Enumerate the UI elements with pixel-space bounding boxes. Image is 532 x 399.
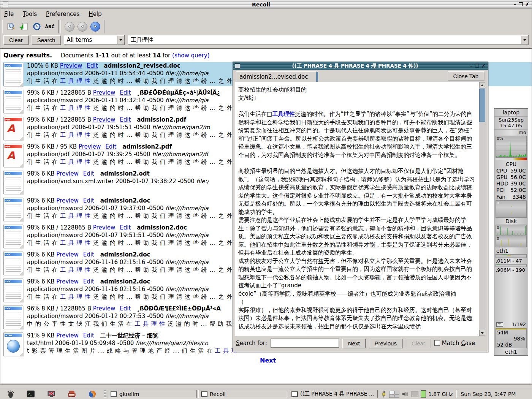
show-query-link[interactable]: (show query)	[172, 52, 210, 59]
edit-link[interactable]: Edit	[83, 170, 94, 177]
query-history-dropdown[interactable]	[521, 36, 528, 44]
fan-chart[interactable]	[496, 200, 527, 218]
workspace-4[interactable]	[394, 394, 399, 398]
edit-link[interactable]: Edit	[83, 278, 94, 285]
edit-link[interactable]: Edit	[120, 116, 131, 123]
gkrellm-clock[interactable]: Sun23Sep 15:47 05	[494, 117, 528, 130]
preview-scrollbar[interactable]	[479, 82, 486, 336]
edit-link[interactable]: Edit	[83, 197, 94, 204]
preview-link[interactable]: Preview	[56, 197, 78, 204]
checkbox-icon[interactable]	[434, 340, 440, 346]
taskbar-clock[interactable]: Sun Sep 23, 3:47 PM	[461, 391, 516, 397]
workspace-1[interactable]	[389, 391, 394, 394]
preview-link[interactable]: Preview	[56, 278, 78, 285]
scrollbar-thumb[interactable]	[479, 89, 485, 122]
results-header: Query results. Documents 1-11 out of at …	[3, 52, 532, 59]
scroll-down-icon[interactable]	[479, 330, 485, 336]
eth1-bottom-label[interactable]: eth1	[494, 348, 528, 355]
task-button-3[interactable]: ((工 PHRASE 4 具 PHRASE ...	[289, 390, 378, 398]
preview-titlebar[interactable]: ((工 PHRASE 4 具 PHRASE 4 理 PHRASE 4 性)) –…	[233, 62, 488, 70]
query-input[interactable]: 工具理性	[128, 35, 529, 45]
cpu-chart[interactable]: 0%	[496, 136, 527, 158]
firefox-icon[interactable]	[87, 390, 97, 399]
preview-link[interactable]: Preview	[56, 332, 78, 339]
find-input[interactable]	[271, 339, 339, 348]
workspace-switcher[interactable]	[389, 391, 399, 398]
edit-link[interactable]: Edit	[105, 143, 116, 150]
workspace-3[interactable]	[389, 394, 394, 398]
preview-link[interactable]: Preview	[93, 116, 115, 123]
search-button[interactable]: Search	[32, 35, 61, 45]
disk-chart-1[interactable]: 0	[496, 225, 527, 236]
task-button-2[interactable]: Recoll	[198, 390, 287, 398]
preview-link[interactable]: Preview	[93, 224, 115, 231]
forward-button-icon[interactable]	[89, 21, 101, 32]
term-explorer-icon[interactable]: ÅBĈ	[44, 21, 56, 32]
gkrellm-hostname[interactable]: laptop	[494, 109, 528, 117]
preview-minimize-icon[interactable]: –	[470, 63, 473, 69]
power-plug-icon[interactable]	[381, 390, 387, 398]
back2-button-icon[interactable]	[76, 21, 89, 32]
preview-link[interactable]: Preview	[56, 251, 78, 258]
find-clear-button[interactable]: Clear	[406, 339, 431, 348]
match-case-checkbox[interactable]: Match Case	[434, 340, 475, 347]
typewriter-icon[interactable]	[67, 390, 77, 399]
next-page-link[interactable]: Next	[260, 357, 276, 364]
clear-button[interactable]: Clear	[3, 35, 28, 45]
task-button-1[interactable]: gkrellm	[108, 390, 197, 398]
temperature-list: CPU59.0CGPU56.0CHDD39.0CPCI52.0C	[494, 168, 528, 193]
search-mode-select[interactable]: All terms	[64, 35, 125, 45]
minimize-icon[interactable]: –	[514, 2, 516, 7]
preview-close-icon[interactable]: ✗	[481, 63, 486, 69]
volume-icon[interactable]	[402, 391, 409, 397]
doc-file-icon: DOC	[3, 90, 23, 113]
panel-handle[interactable]	[104, 390, 106, 398]
menu-file[interactable]: File	[4, 11, 14, 17]
preview-tab[interactable]: admission2...evised.doc	[236, 71, 317, 82]
preview-link[interactable]: Preview	[56, 170, 78, 177]
advanced-search-icon[interactable]	[5, 21, 17, 32]
find-next-button[interactable]: Next	[342, 339, 366, 348]
cpufreq-icon[interactable]	[412, 391, 418, 397]
menu-help[interactable]: Help	[89, 11, 101, 17]
result-url: file:///home/qian2/fi	[152, 151, 208, 158]
edit-link[interactable]: Edit	[120, 305, 131, 312]
mail-row[interactable]: 1/192	[494, 321, 528, 328]
preview-text-area[interactable]: 高校招生的社会功能和目的文/钱江我们生活在□工具理性泛滥的时代。作为“世之显学”…	[235, 82, 486, 336]
preview-link[interactable]: Preview	[60, 62, 82, 69]
find-previous-button[interactable]: Previous	[369, 339, 402, 348]
sort-parameters-icon[interactable]	[18, 21, 30, 32]
preview-link[interactable]: Preview	[93, 89, 115, 96]
edit-link[interactable]: Edit	[83, 332, 94, 339]
eth1-top-row[interactable]: eth1	[494, 247, 528, 254]
edit-link[interactable]: Edit	[87, 62, 98, 69]
close-tab-button[interactable]: Close Tab	[448, 71, 484, 81]
search-mode-dropdown[interactable]	[117, 36, 124, 44]
battery-icon[interactable]	[421, 390, 426, 398]
workspace-2[interactable]	[394, 391, 399, 394]
gnome-menu-icon[interactable]	[5, 390, 15, 399]
result-mimetype-date: application/msword 2006-01-07 19:37:00 -…	[27, 205, 165, 212]
eth1-top-label: eth1	[496, 247, 508, 254]
cpu-section-title[interactable]: CPU	[494, 161, 528, 168]
disk-chart-2[interactable]: 0	[496, 236, 527, 247]
scroll-up-icon[interactable]	[479, 82, 485, 88]
edit-link[interactable]: Edit	[120, 224, 131, 231]
memory-meter[interactable]: 54M 98% 52 dB	[496, 328, 527, 348]
edit-link[interactable]: Edit	[83, 251, 94, 258]
fan-row: Fan 3348	[494, 193, 528, 200]
terminal-icon[interactable]: >_	[26, 390, 36, 399]
force-quit-icon[interactable]	[46, 390, 56, 399]
preview-link[interactable]: Preview	[79, 143, 101, 150]
preview-maximize-icon[interactable]: ❐	[475, 63, 479, 69]
menu-preferences[interactable]: Preferences	[46, 11, 79, 17]
history-clock-icon[interactable]	[31, 21, 43, 32]
disk-section-title[interactable]: Disk	[494, 218, 528, 225]
menu-tools[interactable]: Tools	[23, 11, 37, 17]
maximize-icon[interactable]: ❐	[518, 2, 523, 7]
back-button-icon[interactable]	[63, 21, 76, 32]
preview-link[interactable]: Preview	[93, 305, 115, 312]
close-icon[interactable]: ✗	[525, 2, 529, 7]
edit-link[interactable]: Edit	[120, 89, 131, 96]
recoll-titlebar[interactable]: Recoll – ❐ ✗	[0, 0, 532, 9]
